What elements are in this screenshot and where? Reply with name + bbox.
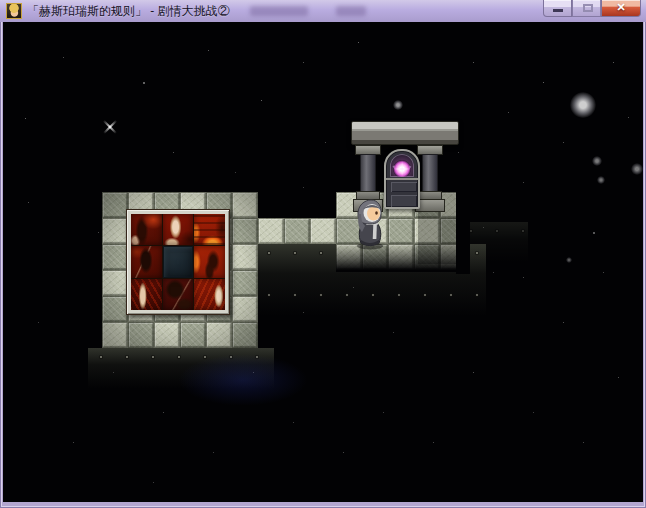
puzzle-tile[interactable] [131, 279, 162, 310]
puzzle-tile[interactable] [131, 214, 162, 245]
floor-tile [102, 192, 128, 218]
floor-tile [232, 218, 258, 244]
star [563, 322, 564, 323]
floor-tile [388, 218, 414, 244]
star-glow [393, 100, 403, 110]
puzzle-tile[interactable] [131, 246, 162, 277]
star [493, 272, 494, 273]
game-window: 「赫斯珀瑞斯的规则」 - 剧情大挑战② ✕ [0, 0, 646, 508]
titlebar-artifact [336, 6, 366, 16]
app-icon [6, 3, 22, 19]
star [343, 452, 344, 453]
star [358, 42, 359, 43]
maximize-icon [583, 4, 593, 12]
puzzle-tile[interactable] [194, 214, 225, 245]
titlebar[interactable]: 「赫斯珀瑞斯的规则」 - 剧情大挑战② ✕ [0, 0, 646, 22]
door-arch-window [390, 154, 414, 177]
floor-tile [310, 218, 336, 244]
star [303, 187, 304, 188]
star [523, 277, 524, 278]
player-character[interactable] [350, 196, 390, 250]
puzzle-grid [131, 214, 225, 310]
maximize-button[interactable] [572, 0, 601, 17]
column-shaft-left [360, 154, 376, 192]
star-glow [570, 92, 596, 118]
puzzle-tile[interactable] [163, 214, 194, 245]
star [143, 82, 145, 84]
star [153, 482, 154, 483]
gate-lintel [351, 121, 459, 145]
floor-tile [232, 322, 258, 348]
game-canvas[interactable] [3, 22, 643, 502]
star-glow [597, 176, 605, 184]
star [523, 182, 524, 183]
star [593, 232, 595, 234]
floor-tile [102, 244, 128, 270]
titlebar-artifact [250, 6, 308, 16]
door-panel [391, 195, 417, 207]
star [393, 332, 394, 333]
eye [375, 211, 378, 215]
puzzle-tile[interactable] [194, 246, 225, 277]
star [173, 152, 174, 153]
floor-tile [232, 270, 258, 296]
floor-tile [206, 322, 232, 348]
star [473, 62, 474, 63]
star [293, 422, 294, 423]
star [508, 112, 509, 113]
floor-tile [102, 322, 128, 348]
minimize-icon [553, 9, 563, 12]
star [458, 152, 459, 153]
floor-tile [180, 322, 206, 348]
star [208, 50, 209, 51]
glowing-star-orb-icon [393, 160, 411, 177]
star [38, 322, 39, 323]
star [235, 172, 236, 173]
sliding-puzzle[interactable] [126, 209, 230, 315]
star [63, 57, 64, 58]
column-shaft-right [422, 154, 438, 192]
star-glow [566, 257, 572, 263]
close-button[interactable]: ✕ [601, 0, 641, 17]
face [367, 207, 380, 221]
floor-tile [102, 296, 128, 322]
star-glow [631, 163, 643, 175]
star [213, 452, 214, 453]
star [163, 412, 164, 413]
star [303, 62, 304, 63]
blue-glow [178, 354, 308, 406]
floor-tile [284, 218, 310, 244]
floor-tile [232, 244, 258, 270]
floor-tile [232, 296, 258, 322]
star [613, 62, 614, 63]
floor-tile [102, 270, 128, 296]
floor-tile [128, 322, 154, 348]
window-title: 「赫斯珀瑞斯的规则」 - 剧情大挑战② [27, 4, 230, 18]
star [628, 117, 629, 118]
tile-corridor [258, 218, 336, 244]
star [543, 82, 544, 83]
puzzle-tile[interactable] [163, 279, 194, 310]
star [533, 412, 534, 413]
window-controls: ✕ [543, 0, 641, 17]
star [261, 100, 262, 101]
star [618, 377, 619, 378]
star [583, 442, 584, 443]
floor-tile [154, 322, 180, 348]
floor-tile [102, 218, 128, 244]
puzzle-tile[interactable] [194, 279, 225, 310]
minimize-button[interactable] [543, 0, 572, 17]
star [383, 412, 384, 413]
star [433, 442, 434, 443]
floor-tile [232, 192, 258, 218]
puzzle-empty-slot[interactable] [163, 246, 194, 277]
door-panel [391, 182, 417, 192]
star [473, 372, 474, 373]
star [98, 232, 99, 233]
star-glow [592, 156, 602, 166]
star [25, 118, 26, 119]
door-midrail [386, 178, 418, 180]
scapular-stripe [373, 225, 377, 239]
star [73, 442, 74, 443]
star [603, 272, 604, 273]
